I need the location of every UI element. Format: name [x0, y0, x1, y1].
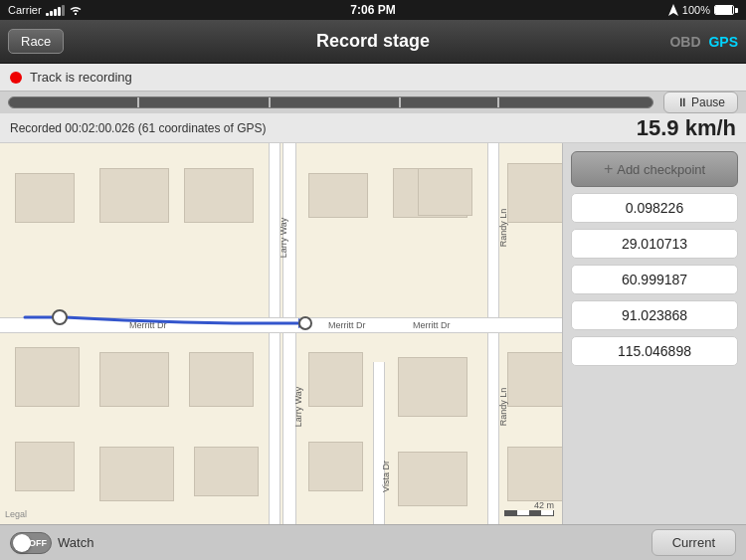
merritt-dr-label-left: Merritt Dr	[129, 320, 167, 330]
recorded-info-text: Recorded 00:02:00.026 (61 coordinates of…	[10, 121, 267, 135]
larry-way-label-2: Larry Way	[293, 387, 303, 428]
building-4	[308, 173, 368, 218]
svg-marker-0	[668, 4, 678, 16]
scale-line-icon	[504, 510, 554, 516]
building-16	[194, 447, 259, 496]
checkpoint-item-1: 0.098226	[571, 193, 738, 223]
randy-ln-label-1: Randy Ln	[498, 209, 508, 248]
signal-bars-icon	[46, 4, 65, 16]
pause-icon: ⏸	[676, 95, 691, 109]
battery-icon	[714, 5, 738, 15]
carrier-label: Carrier	[8, 4, 42, 16]
nav-bar: Race Record stage OBD GPS	[0, 20, 746, 64]
plus-icon: +	[604, 160, 613, 178]
building-11	[308, 352, 363, 407]
location-arrow-icon	[668, 4, 678, 16]
toggle-container: OFF Watch	[10, 532, 93, 554]
building-12	[398, 357, 467, 417]
map-area[interactable]: Larry Way Larry Way Randy Ln Randy Ln Vi…	[0, 143, 562, 524]
randy-ln-label-2: Randy Ln	[498, 388, 508, 427]
pause-label: Pause	[691, 95, 725, 109]
status-bar-time: 7:06 PM	[350, 3, 395, 17]
building-7	[507, 163, 562, 223]
status-bar: Carrier 7:06 PM 100%	[0, 0, 746, 20]
bottom-bar: OFF Watch Current	[0, 524, 746, 560]
status-bar-left: Carrier	[8, 4, 83, 16]
record-dot-icon	[10, 72, 22, 84]
scale-label: 42 m	[534, 500, 554, 510]
vista-dr-label: Vista Dr	[381, 461, 391, 492]
add-checkpoint-label: Add checkpoint	[617, 162, 705, 177]
recording-status-text: Track is recording	[30, 70, 132, 85]
recording-bar: Track is recording	[0, 64, 746, 92]
building-6	[418, 168, 472, 216]
wifi-icon	[69, 4, 83, 16]
obd-gps-indicator: OBD GPS	[669, 34, 738, 50]
add-checkpoint-button[interactable]: + Add checkpoint	[571, 151, 738, 187]
road-randy-ln-v	[487, 143, 499, 524]
info-bar: Recorded 00:02:00.026 (61 coordinates of…	[0, 113, 746, 143]
building-13	[507, 352, 562, 407]
pause-button[interactable]: ⏸ Pause	[663, 92, 738, 113]
checkpoint-item-2: 29.010713	[571, 229, 738, 259]
scale-bar: 42 m	[504, 500, 554, 516]
progress-track	[8, 96, 653, 108]
road-larry-way-v2	[282, 143, 296, 524]
merritt-dr-label-right: Merritt Dr	[413, 320, 451, 330]
watch-toggle[interactable]: OFF	[10, 532, 52, 554]
race-button[interactable]: Race	[8, 29, 64, 54]
legal-text: Legal	[5, 509, 27, 519]
nav-title: Record stage	[316, 31, 430, 52]
road-vista-dr-v	[373, 362, 385, 524]
building-18	[398, 452, 467, 506]
progress-bar-container: ⏸ Pause	[0, 92, 746, 113]
battery-percent: 100%	[682, 4, 710, 16]
gps-label: GPS	[708, 34, 738, 50]
main-content: Larry Way Larry Way Randy Ln Randy Ln Vi…	[0, 143, 746, 524]
checkpoint-item-3: 60.999187	[571, 265, 738, 294]
building-14	[15, 442, 75, 491]
building-10	[189, 352, 254, 407]
building-3	[184, 168, 254, 223]
current-button[interactable]: Current	[652, 529, 736, 556]
building-8	[15, 347, 80, 407]
watch-label: Watch	[58, 535, 93, 550]
toggle-off-label: OFF	[29, 538, 47, 548]
building-1	[15, 173, 75, 223]
road-merritt-dr	[0, 317, 562, 333]
building-15	[99, 447, 174, 501]
larry-way-label-1: Larry Way	[279, 218, 288, 259]
road-larry-way-v	[269, 143, 280, 524]
status-bar-right: 100%	[668, 4, 738, 16]
building-17	[308, 442, 363, 491]
building-2	[99, 168, 169, 223]
building-9	[99, 352, 169, 407]
building-19	[507, 447, 562, 501]
right-panel: + Add checkpoint 0.098226 29.010713 60.9…	[562, 143, 746, 524]
checkpoint-item-4: 91.023868	[571, 300, 738, 330]
obd-label: OBD	[669, 34, 700, 50]
checkpoint-item-5: 115.046898	[571, 336, 738, 366]
merritt-dr-label-center: Merritt Dr	[328, 320, 366, 330]
speed-display: 15.9 km/h	[637, 115, 736, 141]
